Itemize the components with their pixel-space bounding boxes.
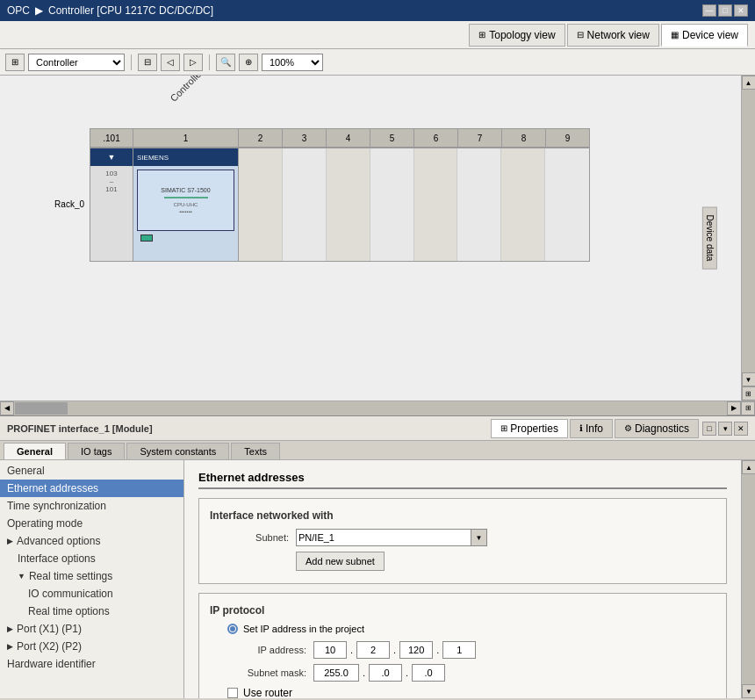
set-ip-radio-row: Set IP address in the project <box>227 624 715 634</box>
breadcrumb-opc: OPC <box>7 4 30 17</box>
properties-panel: PROFINET interface_1 [Module] ⊞ Properti… <box>0 415 755 698</box>
device-model: SIMATIC S7-1500 <box>161 187 210 193</box>
toolbar-grid-btn[interactable]: ⊟ <box>138 54 157 71</box>
rack-label-rack0: Rack_0 <box>26 191 84 218</box>
canvas-main: Controller .101 1 2 3 4 5 6 7 8 9 Rack_0 <box>0 76 741 401</box>
toolbar: ⊞ Controller ⊟ ◁ ▷ 🔍 ⊕ 100% <box>0 49 755 76</box>
scroll-expand-btn[interactable]: ⊞ <box>742 386 756 401</box>
ip-octet-3[interactable] <box>399 641 433 659</box>
subnet-mask-octet-2[interactable] <box>369 664 402 682</box>
add-subnet-button[interactable]: Add new subnet <box>296 552 385 571</box>
nav-interface-options[interactable]: Interface options <box>0 550 183 567</box>
toolbar-next-btn[interactable]: ▷ <box>183 54 203 71</box>
ip-octet-2[interactable] <box>356 641 390 659</box>
nav-real-time-settings[interactable]: ▼ Real time settings <box>0 567 183 585</box>
device-selector[interactable]: Controller <box>28 54 125 71</box>
h-scroll-thumb[interactable] <box>15 402 68 415</box>
ethernet-content: Ethernet addresses Interface networked w… <box>184 460 741 698</box>
props-menu-btn[interactable]: ▾ <box>718 422 732 436</box>
rack-header-row: .101 1 2 3 4 5 6 7 8 9 <box>90 128 590 148</box>
scroll-left-btn[interactable]: ◀ <box>0 401 14 415</box>
slots-empty <box>239 148 590 262</box>
properties-icon: ⊞ <box>500 423 507 433</box>
nav-port-x1[interactable]: ▶ Port (X1) (P1) <box>0 620 183 638</box>
tab-info[interactable]: ℹ Info <box>570 419 613 438</box>
scroll-track[interactable] <box>742 90 756 372</box>
scroll-down-btn[interactable]: ▼ <box>742 372 756 386</box>
view-tabs-bar: ⊞ Topology view ⊟ Network view ▦ Device … <box>0 21 755 49</box>
nav-operating-mode[interactable]: Operating mode <box>0 515 183 532</box>
nav-time-sync[interactable]: Time synchronization <box>0 497 183 515</box>
props-scroll-track[interactable] <box>742 474 755 684</box>
nav-advanced-options[interactable]: ▶ Advanced options <box>0 532 183 550</box>
scroll-up-btn[interactable]: ▲ <box>742 76 756 90</box>
nav-io-communication[interactable]: IO communication <box>0 585 183 603</box>
maximize-button[interactable]: □ <box>718 4 732 17</box>
nav-real-time-options[interactable]: Real time options <box>0 603 183 620</box>
props-maximize-btn[interactable]: □ <box>702 422 716 436</box>
subnet-label: Subnet: <box>210 532 289 543</box>
minimize-button[interactable]: — <box>702 4 716 17</box>
col-header-4: 4 <box>327 128 370 148</box>
ip-address-inputs: . . . <box>313 641 476 659</box>
close-button[interactable]: ✕ <box>734 4 748 17</box>
subtab-io-tags[interactable]: IO tags <box>68 443 125 459</box>
tab-properties[interactable]: ⊞ Properties <box>491 419 568 438</box>
subtab-texts[interactable]: Texts <box>231 443 280 459</box>
toolbar-separator-1 <box>131 54 132 70</box>
advanced-toggle-icon: ▶ <box>7 537 13 545</box>
subtab-system-constants[interactable]: System constants <box>126 443 229 459</box>
breadcrumb-separator: ▶ <box>35 4 43 17</box>
diagnostics-icon: ⚙ <box>624 423 632 433</box>
sub-tabs-bar: General IO tags System constants Texts <box>0 441 755 460</box>
realtime-toggle-icon: ▼ <box>18 572 25 581</box>
toolbar-zoom-in-btn[interactable]: 🔍 <box>216 54 235 71</box>
nav-io-comm-label: IO communication <box>28 588 113 600</box>
tab-device[interactable]: ▦ Device view <box>661 24 748 47</box>
rack-row-labels: Rack_0 <box>26 148 90 262</box>
interface-networked-title: Interface networked with <box>210 509 715 522</box>
subnet-mask-octet-1[interactable] <box>313 664 359 682</box>
scroll-right-btn[interactable]: ▶ <box>727 401 741 415</box>
h-scroll-track[interactable] <box>14 401 727 415</box>
device-data-tab[interactable]: Device data <box>702 207 717 270</box>
subtab-general[interactable]: General <box>4 443 66 459</box>
ip-dot-1: . <box>350 645 353 655</box>
ip-address-row: IP address: . . . <box>227 641 715 659</box>
nav-general[interactable]: General <box>0 462 183 480</box>
scroll-end-btn[interactable]: ⊞ <box>741 401 755 415</box>
subnet-mask-octet-3[interactable] <box>412 664 445 682</box>
props-close-btn[interactable]: ✕ <box>734 422 748 436</box>
zoom-selector[interactable]: 100% <box>262 54 323 71</box>
ip-protocol-section: IP protocol Set IP address in the projec… <box>198 593 727 698</box>
use-router-checkbox[interactable] <box>227 688 238 698</box>
slot-1-device[interactable]: SIEMENS SIMATIC S7-1500 CPU-UHC ••••••• <box>133 148 239 262</box>
ip-octet-4[interactable] <box>442 641 476 659</box>
subnet-row: Subnet: ▼ <box>210 529 715 546</box>
ip-octet-1[interactable] <box>313 641 347 659</box>
tab-topology[interactable]: ⊞ Topology view <box>469 24 564 47</box>
col-header-2: 2 <box>239 128 283 148</box>
nav-ethernet-addresses[interactable]: Ethernet addresses <box>0 480 183 497</box>
nav-hardware-id[interactable]: Hardware identifier <box>0 655 183 673</box>
window-controls: — □ ✕ <box>702 4 748 17</box>
subnet-mask-row: Subnet mask: . . <box>227 664 715 682</box>
device-label-tab: Device view <box>682 29 738 41</box>
nav-port-x2[interactable]: ▶ Port (X2) (P2) <box>0 638 183 655</box>
subnet-input[interactable] <box>296 529 471 546</box>
toolbar-prev-btn[interactable]: ◁ <box>161 54 180 71</box>
nav-time-sync-label: Time synchronization <box>7 500 106 512</box>
port-x1-toggle-icon: ▶ <box>7 624 13 633</box>
tab-diagnostics[interactable]: ⚙ Diagnostics <box>615 419 699 438</box>
properties-title: PROFINET interface_1 [Module] <box>7 423 487 434</box>
set-ip-radio[interactable] <box>227 624 238 634</box>
toolbar-zoom-fit-btn[interactable]: ⊕ <box>239 54 258 71</box>
col-header-8: 8 <box>502 128 546 148</box>
props-scroll-down[interactable]: ▼ <box>742 684 755 698</box>
tab-network[interactable]: ⊟ Network view <box>567 24 659 47</box>
props-scroll-up[interactable]: ▲ <box>742 460 755 474</box>
properties-tabs: ⊞ Properties ℹ Info ⚙ Diagnostics <box>491 419 699 438</box>
set-ip-label: Set IP address in the project <box>243 624 364 634</box>
subnet-dropdown-btn[interactable]: ▼ <box>471 529 487 546</box>
toolbar-icon-btn[interactable]: ⊞ <box>5 54 25 71</box>
